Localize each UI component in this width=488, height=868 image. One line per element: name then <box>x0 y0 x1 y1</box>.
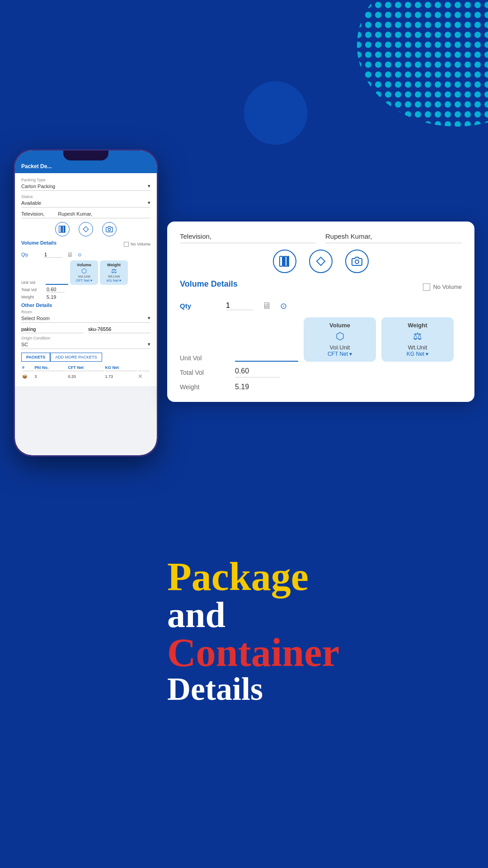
svg-rect-6 <box>65 226 65 233</box>
card-vol-dropdown[interactable]: CFT Net ▾ <box>307 351 372 357</box>
room-label: Room <box>21 310 150 314</box>
name-fields-row: Television, Rupesh Kumar, <box>21 211 150 218</box>
svg-rect-9 <box>280 256 282 266</box>
card-unit-vol-row: Unit Vol Volume ⬡ Vol.Unit CFT Net ▾ Wei… <box>180 317 462 362</box>
card-vol-sublabel: Vol.Unit <box>307 344 372 351</box>
chevron-down-icon: ▾ <box>349 351 352 357</box>
qty-row: Qty 🖥 ⊙ <box>21 251 150 258</box>
table-col-kg: KG Net <box>105 364 137 371</box>
row-kg: 1.73 <box>105 372 137 381</box>
card-vol-title: Volume <box>307 322 372 329</box>
card-total-vol-label: Total Vol <box>180 369 230 376</box>
card-unit-vol-label: Unit Vol <box>180 354 230 362</box>
volume-header-row: Volume Details No Volume <box>21 240 150 248</box>
weight-label: Weight <box>21 295 44 299</box>
unit-vol-row: Unit Vol Volume ⬡ Vol.Unit CFT Net ▾ Wei… <box>21 260 150 285</box>
card-scan-icon: ⊙ <box>280 301 287 311</box>
large-card: Television, Rupesh Kumar, Volume Deta <box>167 222 474 402</box>
card-no-volume-row[interactable]: No Volume <box>423 283 462 291</box>
packing-type-label: Packing Type <box>21 178 150 182</box>
card-unit-vol-input[interactable] <box>235 353 298 362</box>
wt-unit-box: Weight ⚖ Wt.Unit KG Net ▾ <box>100 260 128 285</box>
phone-content: Packing Type Carton Packing ▾ Status Ava… <box>15 173 157 386</box>
phone-mockup: Packet De... Packing Type Carton Packing… <box>14 149 158 457</box>
no-volume-checkbox-row[interactable]: No Volume <box>124 242 150 247</box>
paking-field: paking <box>21 326 84 333</box>
card-name-fields-row: Television, Rupesh Kumar, <box>180 232 462 243</box>
scan-icon: ⊙ <box>78 252 81 257</box>
card-vol-unit-box: Volume ⬡ Vol.Unit CFT Net ▾ <box>304 317 376 362</box>
card-wt-title: Weight <box>385 322 450 329</box>
svg-rect-11 <box>285 256 287 266</box>
card-weight-label: Weight <box>180 383 230 391</box>
card-barcode-icon-btn[interactable] <box>273 250 296 273</box>
card-no-volume-checkbox[interactable] <box>423 283 430 291</box>
packets-table: # Pkt No. CFT Net KG Net 📦 3 0.20 1.73 ✕ <box>21 363 150 382</box>
svg-rect-3 <box>59 226 61 233</box>
delete-row-button[interactable]: ✕ <box>138 373 143 380</box>
qty-input[interactable] <box>44 252 62 258</box>
card-qty-input[interactable] <box>226 302 253 310</box>
big-text-area: Package and Container Details <box>167 557 474 705</box>
packing-type-dropdown[interactable]: Carton Packing ▾ <box>21 183 150 191</box>
person-field: Rupesh Kumar, <box>58 211 92 217</box>
card-cube-icon: ⬡ <box>307 330 372 342</box>
unit-vol-input[interactable] <box>46 278 68 285</box>
table-row: 📦 3 0.20 1.73 ✕ <box>22 372 150 381</box>
text-and: and <box>167 597 474 633</box>
television-field: Television, <box>21 211 44 217</box>
no-volume-label: No Volume <box>131 242 150 246</box>
card-qty-row: Qty 🖥 ⊙ <box>180 301 462 311</box>
card-wt-sublabel: Wt.Unit <box>385 344 450 351</box>
card-person-field: Rupesh Kumar, <box>325 232 462 243</box>
vol-unit-dropdown[interactable]: CFT Net ▾ <box>72 278 96 283</box>
chevron-down-icon: ▾ <box>119 278 121 283</box>
card-camera-icon-btn[interactable] <box>345 250 369 273</box>
total-vol-label: Total Vol <box>21 288 44 292</box>
unit-vol-label: Unit Vol <box>21 280 44 285</box>
status-dropdown[interactable]: Available ▾ <box>21 200 150 208</box>
card-no-volume-label: No Volume <box>433 283 462 290</box>
origin-condition-label: Origin Condition <box>21 336 150 340</box>
svg-marker-13 <box>317 257 325 265</box>
no-volume-checkbox[interactable] <box>124 242 129 247</box>
svg-rect-10 <box>283 256 284 266</box>
svg-rect-4 <box>61 226 62 233</box>
card-weight-value: 5.19 <box>235 383 249 391</box>
wt-unit-sublabel: Wt.Unit <box>102 274 126 278</box>
svg-point-14 <box>355 260 359 264</box>
vol-unit-title: Volume <box>72 263 96 267</box>
text-container: Container <box>167 633 474 673</box>
other-details-label: Other Details <box>21 302 150 308</box>
text-package: Package <box>167 557 474 597</box>
card-wt-dropdown[interactable]: KG Net ▾ <box>385 351 450 357</box>
vol-unit-sublabel: Vol.Unit <box>72 274 96 278</box>
phone-notch <box>63 151 108 160</box>
card-television-field: Television, <box>180 232 316 243</box>
vol-unit-box: Volume ⬡ Vol.Unit CFT Net ▾ <box>70 260 98 285</box>
diamond-icon-btn[interactable] <box>79 222 93 236</box>
wt-unit-dropdown[interactable]: KG Net ▾ <box>102 278 126 283</box>
card-weight-row: Weight 5.19 <box>180 383 462 391</box>
svg-rect-5 <box>63 226 64 233</box>
card-icon-row <box>180 250 462 273</box>
status-field: Status Available ▾ <box>21 194 150 208</box>
table-col-cft: CFT Net <box>68 364 104 371</box>
origin-condition-dropdown[interactable]: SC ▾ <box>21 341 150 349</box>
card-diamond-icon-btn[interactable] <box>309 250 333 273</box>
packets-bar: PACKETS ADD MORE PACKETS <box>21 353 150 362</box>
paking-sku-row: paking sku-76556 <box>21 326 150 333</box>
barcode-icon-btn[interactable] <box>55 222 70 236</box>
packets-button[interactable]: PACKETS <box>21 353 50 362</box>
add-more-packets-button[interactable]: ADD MORE PACKETS <box>50 353 102 362</box>
row-cft: 0.20 <box>68 372 104 381</box>
svg-rect-12 <box>288 256 289 266</box>
chevron-down-icon: ▾ <box>90 278 92 283</box>
icon-row <box>21 222 150 236</box>
card-total-vol-row: Total Vol 0.60 <box>180 367 462 377</box>
card-volume-header-row: Volume Details No Volume <box>180 279 462 294</box>
camera-icon-btn[interactable] <box>102 222 117 236</box>
text-details: Details <box>167 673 474 705</box>
room-dropdown[interactable]: Select Room ▾ <box>21 315 150 323</box>
row-num: 3 <box>35 372 67 381</box>
